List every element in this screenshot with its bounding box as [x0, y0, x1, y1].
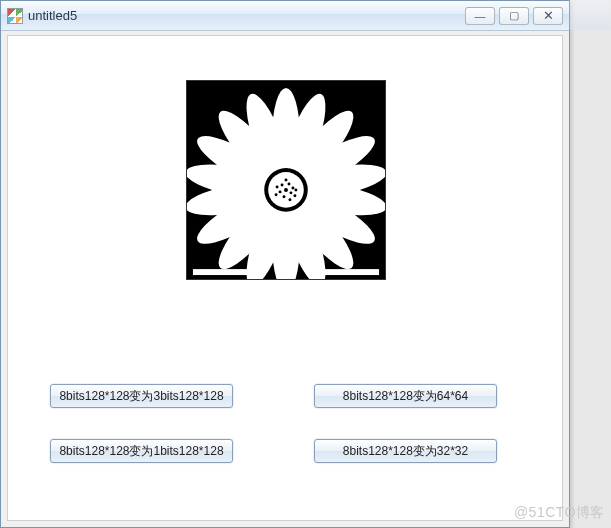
button-8bits-to-32x32[interactable]: 8bits128*128变为32*32: [314, 439, 497, 463]
figure-window: untitled5 — ▢ ✕: [0, 0, 570, 528]
svg-point-21: [284, 188, 288, 192]
svg-point-28: [293, 194, 296, 197]
svg-rect-34: [193, 269, 262, 275]
svg-point-25: [281, 183, 284, 186]
svg-point-27: [283, 195, 286, 198]
svg-point-29: [276, 185, 279, 188]
background-blur: [570, 0, 611, 30]
svg-point-22: [289, 191, 292, 194]
titlebar[interactable]: untitled5 — ▢ ✕: [1, 1, 569, 31]
svg-point-26: [291, 186, 294, 189]
svg-point-31: [294, 188, 297, 191]
button-8bits-to-3bits[interactable]: 8bits128*128变为3bits128*128: [50, 384, 233, 408]
svg-point-32: [275, 193, 278, 196]
button-8bits-to-64x64[interactable]: 8bits128*128变为64*64: [314, 384, 497, 408]
displayed-image: [186, 80, 386, 280]
minimize-button[interactable]: —: [465, 7, 495, 25]
window-title: untitled5: [28, 8, 465, 23]
close-button[interactable]: ✕: [533, 7, 563, 25]
svg-rect-35: [316, 269, 379, 275]
svg-point-23: [279, 190, 282, 193]
svg-point-33: [288, 198, 291, 201]
button-8bits-to-1bits[interactable]: 8bits128*128变为1bits128*128: [50, 439, 233, 463]
window-controls: — ▢ ✕: [465, 7, 563, 25]
svg-point-30: [285, 179, 288, 182]
watermark-text: @51CTO博客: [514, 504, 605, 522]
svg-point-24: [287, 182, 290, 185]
maximize-button[interactable]: ▢: [499, 7, 529, 25]
matlab-icon: [7, 8, 23, 24]
client-area: 8bits128*128变为3bits128*128 8bits128*128变…: [7, 35, 563, 521]
